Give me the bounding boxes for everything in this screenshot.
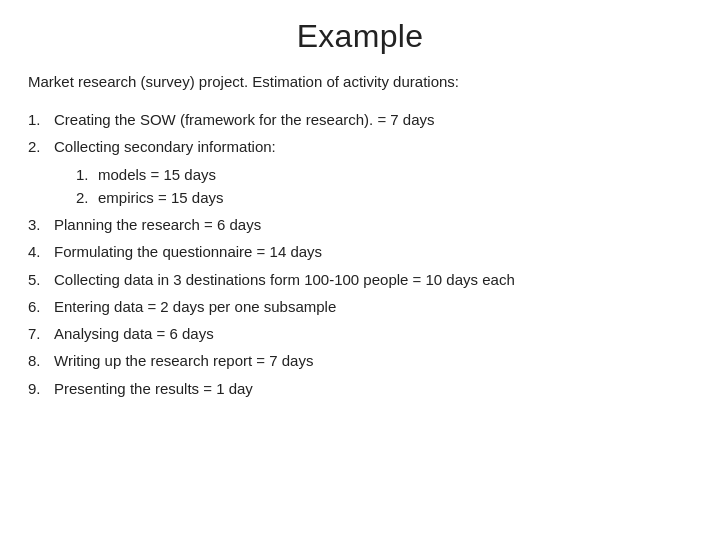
item-text: Analysing data = 6 days: [54, 322, 214, 345]
item-number: 4.: [28, 240, 54, 263]
item-text: Formulating the questionnaire = 14 days: [54, 240, 322, 263]
item-text: Collecting data in 3 destinations form 1…: [54, 268, 515, 291]
item-text: Creating the SOW (framework for the rese…: [54, 108, 435, 131]
sub-list-item: 2.empirics = 15 days: [54, 186, 692, 209]
item-number: 8.: [28, 349, 54, 372]
item-number: 7.: [28, 322, 54, 345]
sub-item-number: 2.: [76, 186, 98, 209]
item-number: 5.: [28, 268, 54, 291]
item-text: Presenting the results = 1 day: [54, 377, 253, 400]
sub-list: 1.models = 15 days2.empirics = 15 days: [54, 163, 692, 210]
item-number: 3.: [28, 213, 54, 236]
list-item: 7.Analysing data = 6 days: [28, 322, 692, 345]
list-item: 2.Collecting secondary information:: [28, 135, 692, 158]
list-item: 5.Collecting data in 3 destinations form…: [28, 268, 692, 291]
list-item: 4.Formulating the questionnaire = 14 day…: [28, 240, 692, 263]
sub-list-item: 1.models = 15 days: [54, 163, 692, 186]
item-text: Entering data = 2 days per one subsample: [54, 295, 336, 318]
page: Example Market research (survey) project…: [0, 0, 720, 540]
list-item: 1.Creating the SOW (framework for the re…: [28, 108, 692, 131]
list-item: 3.Planning the research = 6 days: [28, 213, 692, 236]
item-number: 6.: [28, 295, 54, 318]
sub-item-text: models = 15 days: [98, 163, 216, 186]
sub-item-number: 1.: [76, 163, 98, 186]
item-text: Planning the research = 6 days: [54, 213, 261, 236]
list-item: 8.Writing up the research report = 7 day…: [28, 349, 692, 372]
item-text: Writing up the research report = 7 days: [54, 349, 313, 372]
list-item: 9.Presenting the results = 1 day: [28, 377, 692, 400]
main-list: 1.Creating the SOW (framework for the re…: [28, 108, 692, 404]
subtitle: Market research (survey) project. Estima…: [28, 73, 692, 90]
sub-item-text: empirics = 15 days: [98, 186, 223, 209]
item-text: Collecting secondary information:: [54, 135, 276, 158]
item-number: 2.: [28, 135, 54, 158]
sub-list-wrapper: 1.models = 15 days2.empirics = 15 days: [28, 163, 692, 210]
item-number: 1.: [28, 108, 54, 131]
item-number: 9.: [28, 377, 54, 400]
page-title: Example: [28, 18, 692, 55]
list-item: 6.Entering data = 2 days per one subsamp…: [28, 295, 692, 318]
